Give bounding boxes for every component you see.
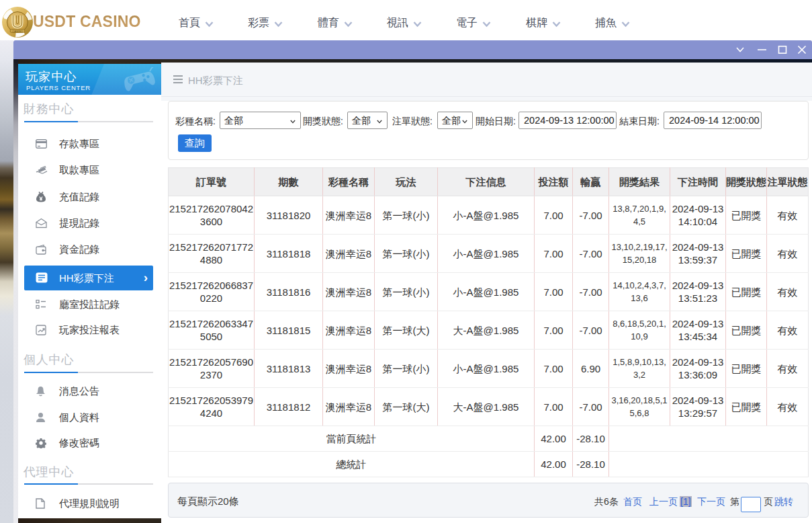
- svg-text:CASINO: CASINO: [12, 30, 22, 33]
